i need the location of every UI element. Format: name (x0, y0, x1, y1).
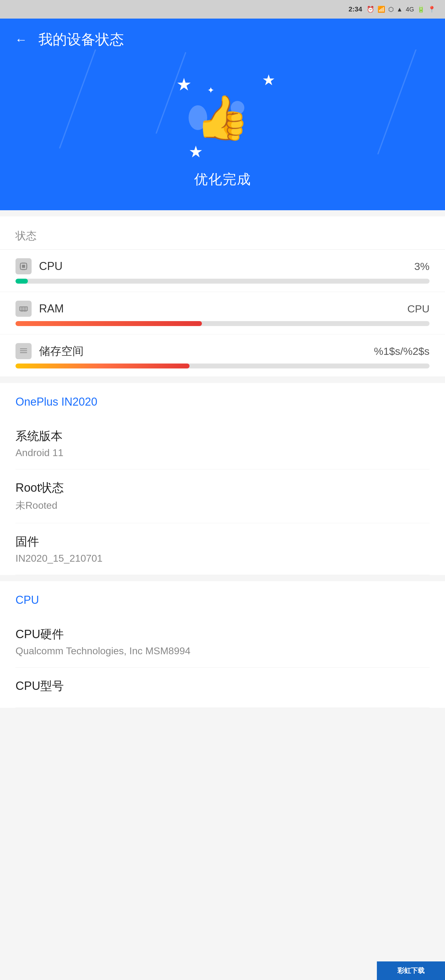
cpu-stat-row: CPU 3% (0, 250, 445, 292)
storage-progress-bg (16, 364, 429, 369)
system-version-value: Android 11 (16, 447, 429, 458)
page-title: 我的设备状态 (38, 30, 124, 49)
firmware-label: 固件 (16, 534, 429, 550)
star-icon-1: ★ (176, 74, 192, 94)
status-bar: 2:34 ⏰ 📶 ⬡ ▲ 4G 🔋 📍 (0, 0, 445, 19)
star-icon-3: ★ (189, 142, 203, 161)
sim-icon: 📶 (378, 6, 385, 13)
storage-progress-fill (16, 364, 189, 369)
cpu-hardware-label: CPU硬件 (16, 627, 429, 642)
storage-icon (16, 343, 32, 359)
root-status-label: Root状态 (16, 480, 429, 496)
bottom-bar-logo: 彩虹下载 (397, 966, 424, 975)
status-icons: ⏰ 📶 ⬡ ▲ 4G 🔋 📍 (367, 6, 436, 13)
cpu-hardware-value: Qualcomm Technologies, Inc MSM8994 (16, 645, 429, 657)
cpu-progress-bg (16, 279, 429, 284)
device-brand: OnePlus IN2020 (16, 383, 429, 418)
ram-stat-row: RAM CPU (0, 292, 445, 334)
location-icon: 📍 (428, 6, 436, 13)
status-section: 状态 (0, 216, 445, 377)
hero-illustration: ★ ★ ★ ✦ 👍 (157, 68, 288, 167)
star-icon-2: ★ (262, 71, 275, 89)
hero-banner: ★ ★ ★ ✦ 👍 优化完成 (0, 49, 445, 210)
ram-value: CPU (407, 303, 429, 315)
cpu-icon (16, 258, 32, 274)
svg-rect-1 (22, 265, 25, 268)
wifi-icon: ▲ (397, 6, 403, 13)
system-version-label: 系统版本 (16, 428, 429, 444)
ram-progress-bg (16, 321, 429, 326)
back-button[interactable]: ← (15, 33, 27, 47)
firmware-item: 固件 IN2020_15_210701 (16, 523, 429, 575)
page-header: ← 我的设备状态 (0, 19, 445, 49)
signal-icon: 4G (406, 6, 414, 13)
battery-icon: 🔋 (417, 6, 425, 13)
cpu-section: CPU CPU硬件 Qualcomm Technologies, Inc MSM… (0, 581, 445, 708)
bottom-bar: 彩虹下载 (377, 961, 445, 980)
status-time: 2:34 (348, 5, 362, 13)
optimization-label: 优化完成 (194, 170, 251, 189)
cpu-model-label: CPU型号 (16, 678, 429, 694)
status-section-header: 状态 (0, 216, 445, 250)
alarm-icon: ⏰ (367, 6, 374, 13)
thumbs-up-icon: 👍 (195, 92, 250, 143)
system-version-item: 系统版本 Android 11 (16, 418, 429, 469)
storage-value: %1$s/%2$s (374, 345, 429, 357)
device-section: OnePlus IN2020 系统版本 Android 11 Root状态 未R… (0, 383, 445, 575)
cpu-label: CPU (39, 260, 62, 273)
cpu-progress-fill (16, 279, 28, 284)
ram-progress-fill (16, 321, 202, 326)
cpu-section-header: CPU (16, 581, 429, 616)
ram-icon (16, 301, 32, 317)
cpu-model-item: CPU型号 (16, 668, 429, 708)
storage-stat-row: 储存空间 %1$s/%2$s (0, 334, 445, 377)
storage-label: 储存空间 (39, 344, 84, 359)
ram-label: RAM (39, 302, 64, 315)
root-status-value: 未Rooted (16, 499, 429, 512)
cpu-value: 3% (414, 260, 429, 272)
firmware-value: IN2020_15_210701 (16, 553, 429, 564)
cpu-hardware-item: CPU硬件 Qualcomm Technologies, Inc MSM8994 (16, 616, 429, 668)
root-status-item: Root状态 未Rooted (16, 469, 429, 523)
svg-rect-14 (20, 307, 27, 311)
bluetooth-icon: ⬡ (388, 6, 394, 13)
